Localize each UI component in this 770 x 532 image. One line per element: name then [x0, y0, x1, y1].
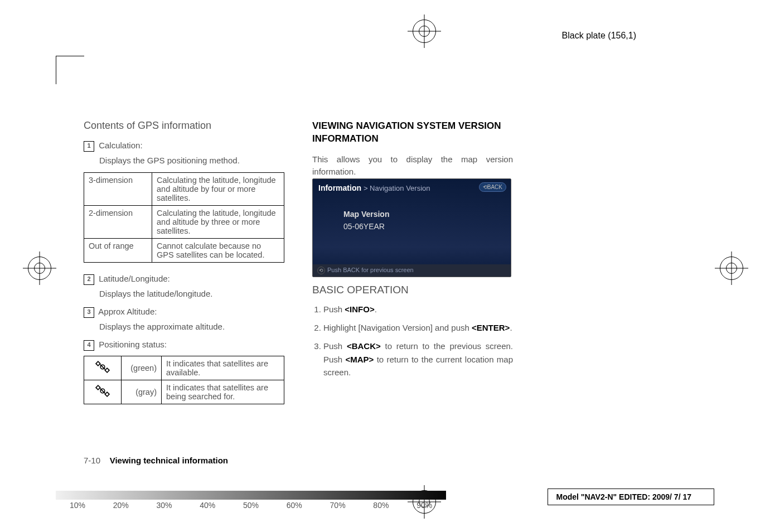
step1-pre: Push [323, 304, 345, 314]
alt-line: 3 Approx Altitude: [84, 306, 284, 318]
list-item: Push <BACK> to return to the previous sc… [323, 340, 513, 379]
steps-list: Push <INFO>. Highlight [Navigation Versi… [312, 303, 513, 379]
latlon-desc: Displays the latitude/longitude. [99, 288, 284, 301]
basic-operation-heading: BASIC OPERATION [312, 284, 513, 296]
pct: 70% [316, 501, 360, 510]
alt-desc: Displays the approximate altitude. [99, 321, 284, 333]
cell-key: Out of range [84, 239, 152, 263]
satellite-icon [95, 360, 110, 374]
table-row: 2-dimension Calculating the latitude, lo… [84, 206, 284, 239]
model-edited-box: Model "NAV2-N" EDITED: 2009/ 7/ 17 [548, 489, 714, 505]
sat-desc: It indicates that satellites are availab… [162, 356, 284, 380]
alt-label: Approx Altitude: [98, 307, 157, 316]
numbox-3: 3 [84, 307, 94, 318]
section-heading-gps: Contents of GPS information [84, 120, 284, 132]
calc-label: Calculation: [99, 141, 142, 150]
printer-calibration-bar: 10% 20% 30% 40% 50% 60% 70% 80% 90% [56, 491, 446, 510]
cell-val: Calculating the latitude, longitude and … [152, 173, 284, 206]
pct: 30% [143, 501, 186, 510]
calc-table: 3-dimension Calculating the latitude, lo… [84, 172, 284, 263]
cell-val: Cannot calculate because no GPS satellit… [152, 239, 284, 263]
calc-desc: Displays the GPS positioning method. [99, 154, 284, 167]
list-item: Push <INFO>. [323, 303, 513, 316]
pct: 20% [99, 501, 143, 510]
sc-footer: ⟲Push BACK for previous screen [313, 264, 511, 277]
pos-table: (green) It indicates that satellites are… [84, 356, 284, 404]
table-row: Out of range Cannot calculate because no… [84, 239, 284, 263]
back-arrow-icon: ⟲ [483, 184, 487, 190]
satellite-icon [95, 384, 110, 398]
svg-rect-4 [96, 385, 100, 390]
sat-color: (green) [122, 356, 162, 380]
left-column: Contents of GPS information 1 Calculatio… [84, 120, 284, 414]
step1-key: <INFO> [345, 304, 374, 314]
step1-post: . [375, 304, 377, 314]
cell-key: 3-dimension [84, 173, 152, 206]
numbox-4: 4 [84, 340, 94, 351]
registration-target-right [720, 257, 742, 279]
step3-key1: <BACK> [347, 341, 381, 351]
registration-target-left [28, 257, 50, 279]
pct: 80% [359, 501, 403, 510]
pct: 50% [229, 501, 273, 510]
back-badge: ⟲BACK [479, 182, 506, 192]
gradient-strip [56, 491, 446, 500]
pct: 60% [273, 501, 316, 510]
table-row: 3-dimension Calculating the latitude, lo… [84, 173, 284, 206]
step2-post: . [510, 323, 512, 332]
table-row: (gray) It indicates that satellites are … [84, 380, 284, 404]
table-row: (green) It indicates that satellites are… [84, 356, 284, 380]
nav-screenshot: Information > Navigation Version ⟲BACK M… [312, 178, 511, 277]
svg-rect-1 [105, 368, 109, 373]
numbox-2: 2 [84, 274, 94, 285]
right-column: VIEWING NAVIGATION SYSTEM VERSION INFORM… [312, 120, 513, 414]
step3-key2: <MAP> [345, 355, 374, 364]
list-item: Highlight [Navigation Version] and push … [323, 321, 513, 334]
sc-title-bold: Information [318, 183, 361, 192]
latlon-label: Latitude/Longitude: [99, 274, 170, 283]
svg-rect-5 [105, 392, 109, 396]
back-label: BACK [487, 184, 502, 190]
numbox-1: 1 [84, 141, 94, 152]
sat-icon-cell [84, 356, 122, 380]
crop-mark [56, 56, 84, 84]
registration-target-top [413, 20, 435, 42]
calc-line: 1 Calculation: [84, 139, 284, 152]
cell-val: Calculating the latitude, longitude and … [152, 206, 284, 239]
sat-desc: It indicates that satellites are being s… [162, 380, 284, 404]
pct: 90% [403, 501, 446, 510]
black-plate-label: Black plate (156,1) [562, 31, 636, 41]
step3-pre: Push [323, 341, 347, 351]
sc-title-rest: > Navigation Version [364, 184, 430, 192]
page-number: 7-10 [84, 456, 100, 465]
map-version-value: 05-06YEAR [343, 222, 389, 231]
sat-icon-cell [84, 380, 122, 404]
pct: 10% [56, 501, 99, 510]
intro-text: This allows you to display the map versi… [312, 153, 513, 178]
svg-rect-0 [96, 361, 100, 366]
pos-label: Positioning status: [99, 340, 167, 349]
step2-key: <ENTER> [472, 323, 510, 332]
sc-footer-text: Push BACK for previous screen [327, 267, 414, 273]
percent-row: 10% 20% 30% 40% 50% 60% 70% 80% 90% [56, 501, 446, 510]
latlon-line: 2 Latitude/Longitude: [84, 273, 284, 286]
sc-body: Map Version 05-06YEAR [343, 210, 389, 231]
step2-pre: Highlight [Navigation Version] and push [323, 323, 472, 332]
page-footer: 7-10 Viewing technical information [84, 456, 228, 465]
map-version-label: Map Version [343, 210, 389, 219]
back-roundicon: ⟲ [317, 267, 325, 274]
page-title: Viewing technical information [110, 456, 228, 465]
section-heading-version: VIEWING NAVIGATION SYSTEM VERSION INFORM… [312, 120, 513, 146]
pos-line: 4 Positioning status: [84, 338, 284, 351]
sc-title: Information > Navigation Version [318, 183, 430, 192]
sat-color: (gray) [122, 380, 162, 404]
cell-key: 2-dimension [84, 206, 152, 239]
pct: 40% [186, 501, 229, 510]
